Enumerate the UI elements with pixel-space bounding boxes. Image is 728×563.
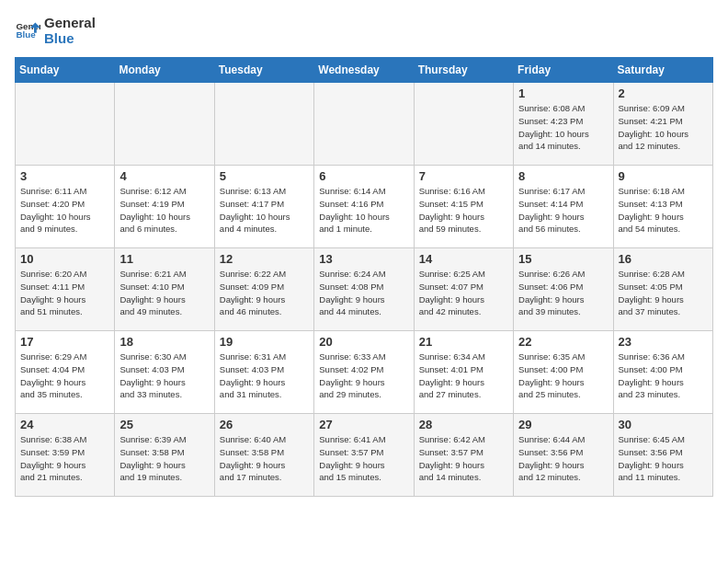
day-cell: 1Sunrise: 6:08 AM Sunset: 4:23 PM Daylig… xyxy=(514,83,613,166)
day-info: Sunrise: 6:39 AM Sunset: 3:58 PM Dayligh… xyxy=(119,433,209,484)
day-cell: 12Sunrise: 6:22 AM Sunset: 4:09 PM Dayli… xyxy=(214,248,313,331)
page-header: General Blue General Blue xyxy=(15,15,713,46)
day-number: 24 xyxy=(20,418,109,431)
day-cell: 22Sunrise: 6:35 AM Sunset: 4:00 PM Dayli… xyxy=(514,331,613,414)
day-cell: 15Sunrise: 6:26 AM Sunset: 4:06 PM Dayli… xyxy=(514,248,613,331)
day-number: 25 xyxy=(119,418,209,431)
day-info: Sunrise: 6:28 AM Sunset: 4:05 PM Dayligh… xyxy=(619,268,708,318)
day-cell: 11Sunrise: 6:21 AM Sunset: 4:10 PM Dayli… xyxy=(115,248,214,331)
header-saturday: Saturday xyxy=(613,58,712,83)
day-info: Sunrise: 6:25 AM Sunset: 4:07 PM Dayligh… xyxy=(419,268,508,318)
week-row-1: 1Sunrise: 6:08 AM Sunset: 4:23 PM Daylig… xyxy=(16,83,713,166)
header-friday: Friday xyxy=(514,58,613,83)
day-number: 4 xyxy=(119,169,209,183)
day-number: 9 xyxy=(619,169,708,183)
week-row-2: 3Sunrise: 6:11 AM Sunset: 4:20 PM Daylig… xyxy=(16,166,713,248)
day-cell: 16Sunrise: 6:28 AM Sunset: 4:05 PM Dayli… xyxy=(613,248,712,331)
day-number: 21 xyxy=(419,335,508,349)
day-cell: 17Sunrise: 6:29 AM Sunset: 4:04 PM Dayli… xyxy=(16,331,115,414)
day-cell: 25Sunrise: 6:39 AM Sunset: 3:58 PM Dayli… xyxy=(115,414,214,497)
day-cell xyxy=(214,83,313,166)
day-number: 17 xyxy=(20,335,109,349)
day-number: 10 xyxy=(20,252,109,266)
day-number: 23 xyxy=(619,335,708,349)
week-row-3: 10Sunrise: 6:20 AM Sunset: 4:11 PM Dayli… xyxy=(16,248,713,331)
day-number: 15 xyxy=(518,252,608,266)
day-info: Sunrise: 6:29 AM Sunset: 4:04 PM Dayligh… xyxy=(20,350,109,401)
day-number: 2 xyxy=(619,86,708,100)
day-cell: 28Sunrise: 6:42 AM Sunset: 3:57 PM Dayli… xyxy=(414,414,513,497)
day-cell: 21Sunrise: 6:34 AM Sunset: 4:01 PM Dayli… xyxy=(414,331,513,414)
day-number: 30 xyxy=(619,418,708,431)
day-cell: 3Sunrise: 6:11 AM Sunset: 4:20 PM Daylig… xyxy=(16,166,115,248)
week-row-4: 17Sunrise: 6:29 AM Sunset: 4:04 PM Dayli… xyxy=(16,331,713,414)
day-number: 6 xyxy=(319,169,408,183)
day-info: Sunrise: 6:18 AM Sunset: 4:13 PM Dayligh… xyxy=(619,185,708,236)
day-cell: 14Sunrise: 6:25 AM Sunset: 4:07 PM Dayli… xyxy=(414,248,513,331)
day-cell: 9Sunrise: 6:18 AM Sunset: 4:13 PM Daylig… xyxy=(613,166,712,248)
day-cell: 8Sunrise: 6:17 AM Sunset: 4:14 PM Daylig… xyxy=(514,166,613,248)
day-info: Sunrise: 6:44 AM Sunset: 3:56 PM Dayligh… xyxy=(518,433,608,484)
day-number: 19 xyxy=(220,335,309,349)
day-number: 22 xyxy=(518,335,608,349)
day-number: 16 xyxy=(619,252,708,266)
day-info: Sunrise: 6:11 AM Sunset: 4:20 PM Dayligh… xyxy=(20,185,109,236)
week-row-5: 24Sunrise: 6:38 AM Sunset: 3:59 PM Dayli… xyxy=(16,414,713,497)
day-cell: 2Sunrise: 6:09 AM Sunset: 4:21 PM Daylig… xyxy=(613,83,712,166)
day-info: Sunrise: 6:16 AM Sunset: 4:15 PM Dayligh… xyxy=(419,185,508,236)
day-cell: 7Sunrise: 6:16 AM Sunset: 4:15 PM Daylig… xyxy=(414,166,513,248)
header-wednesday: Wednesday xyxy=(314,58,414,83)
day-cell: 26Sunrise: 6:40 AM Sunset: 3:58 PM Dayli… xyxy=(214,414,313,497)
header-tuesday: Tuesday xyxy=(214,58,313,83)
day-info: Sunrise: 6:30 AM Sunset: 4:03 PM Dayligh… xyxy=(119,350,209,401)
day-number: 3 xyxy=(20,169,109,183)
day-info: Sunrise: 6:31 AM Sunset: 4:03 PM Dayligh… xyxy=(220,350,309,401)
header-sunday: Sunday xyxy=(16,58,115,83)
day-cell: 5Sunrise: 6:13 AM Sunset: 4:17 PM Daylig… xyxy=(214,166,313,248)
day-cell: 20Sunrise: 6:33 AM Sunset: 4:02 PM Dayli… xyxy=(314,331,414,414)
day-cell: 29Sunrise: 6:44 AM Sunset: 3:56 PM Dayli… xyxy=(514,414,613,497)
svg-text:Blue: Blue xyxy=(16,29,36,40)
day-info: Sunrise: 6:36 AM Sunset: 4:00 PM Dayligh… xyxy=(619,350,708,401)
day-info: Sunrise: 6:41 AM Sunset: 3:57 PM Dayligh… xyxy=(319,433,408,484)
day-info: Sunrise: 6:33 AM Sunset: 4:02 PM Dayligh… xyxy=(319,350,408,401)
day-info: Sunrise: 6:21 AM Sunset: 4:10 PM Dayligh… xyxy=(119,268,209,318)
day-number: 7 xyxy=(419,169,508,183)
day-info: Sunrise: 6:40 AM Sunset: 3:58 PM Dayligh… xyxy=(220,433,309,484)
day-info: Sunrise: 6:22 AM Sunset: 4:09 PM Dayligh… xyxy=(220,268,309,318)
day-info: Sunrise: 6:12 AM Sunset: 4:19 PM Dayligh… xyxy=(119,185,209,236)
day-cell: 24Sunrise: 6:38 AM Sunset: 3:59 PM Dayli… xyxy=(16,414,115,497)
day-number: 20 xyxy=(319,335,408,349)
day-cell xyxy=(414,83,513,166)
day-number: 27 xyxy=(319,418,408,431)
day-cell: 13Sunrise: 6:24 AM Sunset: 4:08 PM Dayli… xyxy=(314,248,414,331)
day-number: 28 xyxy=(419,418,508,431)
day-number: 26 xyxy=(220,418,309,431)
day-cell xyxy=(16,83,115,166)
day-info: Sunrise: 6:34 AM Sunset: 4:01 PM Dayligh… xyxy=(419,350,508,401)
calendar-header-row: SundayMondayTuesdayWednesdayThursdayFrid… xyxy=(16,58,713,83)
day-info: Sunrise: 6:26 AM Sunset: 4:06 PM Dayligh… xyxy=(518,268,608,318)
day-number: 18 xyxy=(119,335,209,349)
day-cell: 4Sunrise: 6:12 AM Sunset: 4:19 PM Daylig… xyxy=(115,166,214,248)
day-number: 1 xyxy=(518,86,608,100)
day-cell: 30Sunrise: 6:45 AM Sunset: 3:56 PM Dayli… xyxy=(613,414,712,497)
header-monday: Monday xyxy=(115,58,214,83)
day-info: Sunrise: 6:38 AM Sunset: 3:59 PM Dayligh… xyxy=(20,433,109,484)
day-number: 29 xyxy=(518,418,608,431)
day-number: 13 xyxy=(319,252,408,266)
day-info: Sunrise: 6:42 AM Sunset: 3:57 PM Dayligh… xyxy=(419,433,508,484)
logo: General Blue General Blue xyxy=(15,15,96,46)
day-info: Sunrise: 6:08 AM Sunset: 4:23 PM Dayligh… xyxy=(518,102,608,153)
day-cell: 19Sunrise: 6:31 AM Sunset: 4:03 PM Dayli… xyxy=(214,331,313,414)
day-cell: 10Sunrise: 6:20 AM Sunset: 4:11 PM Dayli… xyxy=(16,248,115,331)
day-info: Sunrise: 6:35 AM Sunset: 4:00 PM Dayligh… xyxy=(518,350,608,401)
day-cell xyxy=(115,83,214,166)
day-number: 8 xyxy=(518,169,608,183)
day-number: 5 xyxy=(220,169,309,183)
calendar-table: SundayMondayTuesdayWednesdayThursdayFrid… xyxy=(15,57,713,497)
day-info: Sunrise: 6:20 AM Sunset: 4:11 PM Dayligh… xyxy=(20,268,109,318)
day-info: Sunrise: 6:13 AM Sunset: 4:17 PM Dayligh… xyxy=(220,185,309,236)
day-number: 11 xyxy=(119,252,209,266)
day-number: 14 xyxy=(419,252,508,266)
